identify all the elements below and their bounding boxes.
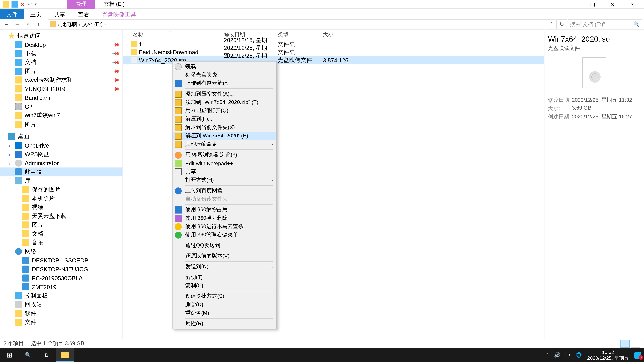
tree-win7[interactable]: win7重装win7 [0,111,122,120]
menu-360-trojan[interactable]: 使用 360进行木马云查杀 [173,222,276,231]
tree-files[interactable]: 文件 [0,318,122,327]
menu-add-zip[interactable]: 添加到 "Win7x64_2020.zip" (T) [173,98,276,106]
tree-gdrive[interactable]: G:\ [0,102,122,111]
tree-admin[interactable]: ›Administrator [0,159,122,168]
volume-icon[interactable]: 🔊 [554,352,560,358]
menu-extract-to[interactable]: 解压到(F)... [173,115,276,123]
tab-share[interactable]: 共享 [48,9,72,19]
menu-360-manage-ctx[interactable]: 使用 360管理右键菜单 [173,231,276,239]
help-button[interactable]: ? [622,0,642,8]
file-row[interactable]: 1 2020/12/15, 星期二 1... 文件夹 [123,40,544,48]
qat-dropdown-icon[interactable]: ▾ [34,2,37,7]
nav-history-dropdown[interactable]: ▾ [23,22,33,26]
tree-wps[interactable]: ›WPS网盘 [0,150,122,159]
col-type[interactable]: 类型 [274,31,319,38]
menu-extract-here[interactable]: 解压到当前文件夹(X) [173,123,276,132]
tree-desktop-root[interactable]: ˅桌面 [0,132,122,141]
menu-send-to[interactable]: 发送到(N)› [173,263,276,271]
menu-burn[interactable]: 刻录光盘映像 [173,71,276,79]
menu-honey-browser[interactable]: 用 蜂蜜浏览器 浏览(3) [173,151,276,159]
tree-zmt[interactable]: ZMT2019 [0,282,122,291]
tree-downloads[interactable]: 下载📌 [0,49,122,58]
tree-thispc[interactable]: ›此电脑 [0,167,122,176]
menu-properties[interactable]: 属性(R) [173,320,276,328]
crumb-thispc[interactable]: 此电脑 [61,21,77,28]
menu-qq-send[interactable]: 通过QQ发送到 [173,241,276,250]
tree-pc-njeu[interactable]: DESKTOP-NJEU3CG [0,265,122,274]
qat-undo-icon[interactable]: ↶ [27,1,32,7]
tab-file[interactable]: 文件 [0,9,24,19]
nav-up-button[interactable]: ↑ [34,21,43,27]
close-button[interactable]: ✕ [602,0,622,8]
tree-picturesL[interactable]: 图片 [0,221,122,229]
file-row[interactable]: BaiduNetdiskDownload 2020/12/25, 星期五 1..… [123,48,544,56]
start-button[interactable]: ⊞ [0,348,18,362]
menu-360-force-del[interactable]: 使用 360强力删除 [173,214,276,222]
tree-onedrive[interactable]: ›OneDrive [0,141,122,150]
col-size[interactable]: 大小 [319,31,350,38]
menu-cut[interactable]: 剪切(T) [173,273,276,282]
tree-saved-pics[interactable]: 保存的图片 [0,185,122,194]
taskview-button[interactable]: ⧉ [37,348,56,362]
menu-360-clear[interactable]: 使用 360解除占用 [173,205,276,214]
nav-forward-button[interactable]: → [12,21,22,27]
tray-up-icon[interactable]: ˄ [546,352,549,358]
menu-delete[interactable]: 删除(D) [173,301,276,309]
tree-library[interactable]: ˅库 [0,176,122,185]
menu-notepadpp[interactable]: Edit with Notepad++ [173,159,276,167]
tab-disc-tools[interactable]: 光盘映像工具 [96,9,142,19]
qat-delete-icon[interactable]: ✕ [20,1,25,7]
menu-upload-note[interactable]: 上传到有道云笔记 [173,79,276,87]
tree-tianyi[interactable]: 天翼云盘下载 [0,212,122,221]
tree-cam-roll[interactable]: 本机照片 [0,194,122,203]
chevron-right-icon[interactable]: › [9,169,10,174]
tree-bandicam[interactable]: Bandicam [0,93,122,102]
notification-icon[interactable]: 3 [634,352,641,359]
menu-upload-baidu[interactable]: 上传到百度网盘 [173,187,276,195]
menu-share[interactable]: 共享 [173,167,276,176]
menu-shortcut[interactable]: 创建快捷方式(S) [173,292,276,301]
tree-quick-access[interactable]: 快速访问 [0,31,122,40]
menu-open-with[interactable]: 打开方式(H)› [173,176,276,184]
chevron-right-icon[interactable]: › [9,161,10,166]
tree-desktop[interactable]: Desktop📌 [0,40,122,49]
col-name[interactable]: ˄名称 [123,31,220,38]
menu-extract-named[interactable]: 解压到 Win7x64_2020\ (E) [173,132,276,140]
qat-pin-icon[interactable] [12,1,18,7]
tree-pictures[interactable]: 图片📌 [0,67,122,76]
crumb-dropdown-icon[interactable]: ˅ [550,21,553,27]
tree-video[interactable]: 视频 [0,203,122,212]
breadcrumb[interactable]: › 此电脑 › 文档 (E:) › ˅ [48,19,556,29]
view-large-icons-button[interactable] [630,340,640,348]
tree-documents[interactable]: 文档📌 [0,58,122,67]
menu-copy[interactable]: 复制(C) [173,282,276,290]
tree-yunqishi[interactable]: YUNQISHI2019📌 [0,84,122,93]
minimize-button[interactable]: — [562,0,582,8]
search-icon[interactable]: 🔍 [633,21,640,27]
menu-open-360zip[interactable]: 用360压缩打开(Q) [173,107,276,115]
search-input[interactable]: 搜索"文档 (E:)" 🔍 [568,19,642,29]
chevron-down-icon[interactable]: ˅ [9,249,11,254]
menu-restore-prev[interactable]: 还原以前的版本(V) [173,252,276,260]
chevron-right-icon[interactable]: › [9,143,10,148]
ime-indicator[interactable]: 中 [566,352,570,359]
tree-control-panel[interactable]: 控制面板 [0,291,122,300]
tree-pc-lsso[interactable]: DESKTOP-LSSOEDP [0,256,122,265]
maximize-button[interactable]: ▢ [582,0,602,8]
taskbar-search-button[interactable]: 🔍 [18,348,37,362]
nav-back-button[interactable]: ← [2,21,12,27]
tree-network[interactable]: ˅网络 [0,247,122,256]
menu-add-archive[interactable]: 添加到压缩文件(A)... [173,90,276,98]
taskbar-clock[interactable]: 16:32 2020/12/25, 星期五 [587,350,629,361]
menu-other-compress[interactable]: 其他压缩命令› [173,140,276,148]
network-icon[interactable]: 🌐 [576,352,582,358]
taskbar-explorer[interactable] [56,348,74,362]
tree-software[interactable]: 软件 [0,309,122,318]
tab-view[interactable]: 查看 [72,9,96,19]
chevron-down-icon[interactable]: ˅ [9,178,11,183]
tree-recycle[interactable]: 回收站 [0,300,122,309]
chevron-down-icon[interactable]: ˅ [2,134,4,139]
tree-musicL[interactable]: 音乐 [0,238,122,247]
tab-home[interactable]: 主页 [24,9,48,19]
tree-pictures2[interactable]: 图片 [0,120,122,129]
